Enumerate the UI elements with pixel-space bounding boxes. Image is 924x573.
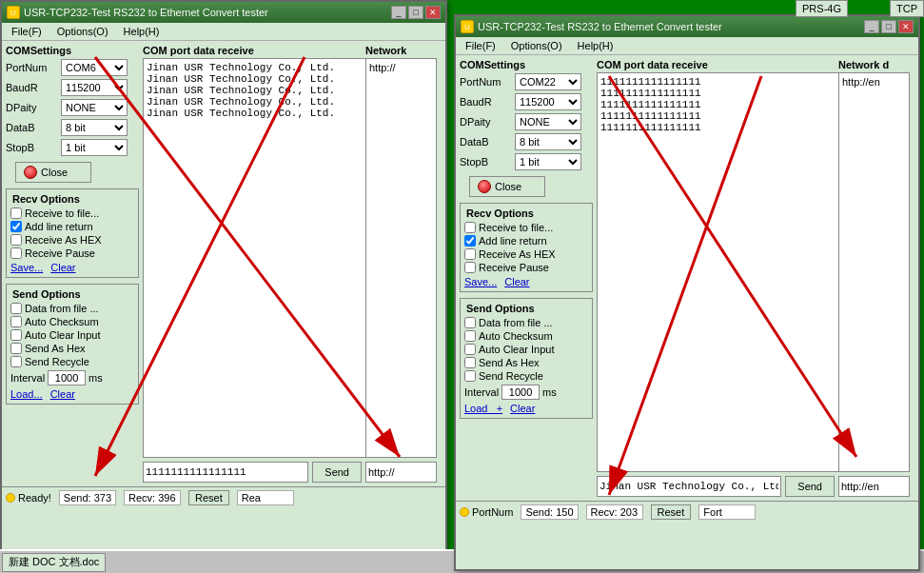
window1-status-ready: Ready! bbox=[6, 492, 51, 504]
window1-menu-help[interactable]: Help(H) bbox=[118, 25, 166, 38]
window2-data-display: 1111111111111111111111111111111111111111… bbox=[597, 72, 854, 472]
com-data-line: 1111111111111111 bbox=[600, 88, 850, 99]
window2-send-recycle-check[interactable] bbox=[464, 370, 476, 382]
window1-close-btn[interactable]: ✕ bbox=[425, 6, 441, 19]
window1-content: COMSettings PortNum COM6 COM1COM2COM3 Ba… bbox=[2, 41, 445, 486]
window1-close-button[interactable]: Close bbox=[15, 162, 91, 183]
window1-send-hex-check[interactable] bbox=[10, 343, 22, 354]
window1-recv-file-check[interactable] bbox=[10, 207, 22, 219]
window1-send-recycle-check[interactable] bbox=[10, 356, 22, 367]
window1-recv-title: Recv Options bbox=[10, 193, 82, 205]
window1-status-ready-text: Ready! bbox=[18, 492, 51, 504]
window1-recv-pause-label: Receive Pause bbox=[25, 247, 95, 259]
window1-reset-button[interactable]: Reset bbox=[188, 490, 229, 505]
window1-interval-label: Interval bbox=[10, 372, 45, 384]
window1-send-file-check[interactable] bbox=[10, 303, 22, 314]
window2-menu-options[interactable]: Options(O) bbox=[505, 39, 568, 52]
window2-recv-links: Save... Clear bbox=[464, 276, 588, 287]
window1-datab-row: DataB 8 bit 7 bit bbox=[6, 119, 139, 136]
window2-recv-clear-link[interactable]: Clear bbox=[504, 276, 529, 287]
window1-controls: _ □ ✕ bbox=[391, 6, 441, 19]
window1-recv-file-row: Receive to file... bbox=[10, 207, 134, 219]
window2-close-button[interactable]: Close bbox=[469, 176, 545, 197]
window2-portnum-label: PortNum bbox=[460, 76, 512, 88]
window1-send-section: Send Options Data from file ... Auto Che… bbox=[6, 284, 139, 405]
window1-send-load-link[interactable]: Load... bbox=[10, 388, 43, 400]
window1-icon: U bbox=[7, 6, 20, 19]
window2-dpaity-select[interactable]: NONE ODD bbox=[515, 113, 581, 130]
window2-network-input[interactable] bbox=[838, 476, 910, 497]
window2-send-clear-link[interactable]: Clear bbox=[510, 403, 535, 414]
taskbar-item-doc1[interactable]: 新建 DOC 文档.doc bbox=[2, 553, 106, 572]
window2-datab-label: DataB bbox=[460, 136, 512, 148]
window1-dpaity-label: DPaity bbox=[6, 102, 58, 113]
window2-interval-input[interactable] bbox=[501, 385, 540, 400]
window2-interval-row: Interval ms bbox=[464, 385, 588, 400]
window1-recv-save-link[interactable]: Save... bbox=[10, 262, 43, 273]
window1-status-dot bbox=[6, 493, 15, 503]
window2-minimize-btn[interactable]: _ bbox=[864, 20, 879, 33]
window2-recv-pause-check[interactable] bbox=[464, 262, 476, 273]
window2-send-count: Send: 150 bbox=[521, 504, 578, 520]
window2-stopb-select[interactable]: 1 bit 2 bit bbox=[515, 153, 581, 170]
window1-add-line-check[interactable] bbox=[10, 221, 22, 232]
window1-comsettings-label: COMSettings bbox=[6, 45, 139, 56]
window2-menu-file[interactable]: File(F) bbox=[460, 39, 501, 52]
window1-auto-checksum-label: Auto Checksum bbox=[25, 316, 99, 327]
window1-datab-select[interactable]: 8 bit 7 bit bbox=[61, 119, 128, 136]
window2-send-hex-check[interactable] bbox=[464, 357, 476, 368]
window1-minimize-btn[interactable]: _ bbox=[391, 6, 406, 19]
window1-baudr-select[interactable]: 115200 960019200 bbox=[61, 79, 128, 96]
window2-send-button[interactable]: Send bbox=[785, 476, 835, 497]
window1-recv-pause-check[interactable] bbox=[10, 247, 22, 259]
window2-recv-file-label: Receive to file... bbox=[479, 222, 553, 233]
window1-auto-checksum-check[interactable] bbox=[10, 316, 22, 327]
window1-menu-file[interactable]: File(F) bbox=[6, 25, 48, 38]
window2-titlebar: U USR-TCP232-Test RS232 to Ethernet Conv… bbox=[456, 16, 918, 37]
window1-auto-clear-check[interactable] bbox=[10, 329, 22, 341]
window1-recv-clear-link[interactable]: Clear bbox=[50, 262, 75, 273]
window1-maximize-btn[interactable]: □ bbox=[408, 6, 423, 19]
window2-auto-clear-check[interactable] bbox=[464, 344, 476, 355]
window1-portnum-select[interactable]: COM6 COM1COM2COM3 bbox=[61, 59, 128, 76]
window2-recv-file-row: Receive to file... bbox=[464, 222, 588, 233]
window2-recv-save-link[interactable]: Save... bbox=[464, 276, 497, 287]
com-data-line: 1111111111111111 bbox=[600, 110, 850, 122]
window2-network-label: Network d bbox=[838, 59, 914, 70]
window2-maximize-btn[interactable]: □ bbox=[881, 20, 896, 33]
window1-menu-options[interactable]: Options(O) bbox=[51, 25, 114, 38]
window1-send-clear-link[interactable]: Clear bbox=[50, 388, 75, 400]
window1-network-area: Network http:// bbox=[365, 45, 442, 483]
window2-add-line-label: Add line return bbox=[479, 235, 547, 247]
window1-title: USR-TCP232-Test RS232 to Ethernet Conver… bbox=[24, 7, 268, 18]
window2-datab-select[interactable]: 8 bit 7 bit bbox=[515, 133, 581, 150]
window1-com-data-area: COM port data receive Jinan USR Technolo… bbox=[143, 45, 362, 483]
window2-add-line-check[interactable] bbox=[464, 235, 476, 247]
window2-portnum-select[interactable]: COM22 COM1COM2 bbox=[515, 73, 581, 90]
window1-recv-hex-check[interactable] bbox=[10, 234, 22, 246]
window2-reset-button[interactable]: Reset bbox=[651, 504, 692, 520]
window2-recv-file-check[interactable] bbox=[464, 222, 476, 233]
window2-close-btn[interactable]: ✕ bbox=[898, 20, 914, 33]
window1-send-recycle-label: Send Recycle bbox=[25, 356, 89, 367]
window1-network-input[interactable] bbox=[365, 462, 437, 483]
window2-portnum-row: PortNum COM22 COM1COM2 bbox=[460, 73, 593, 90]
window2-network-area: Network d http://en bbox=[838, 59, 914, 497]
window2-baudr-select[interactable]: 115200 9600 bbox=[515, 93, 581, 110]
window2-auto-checksum-label: Auto Checksum bbox=[479, 330, 553, 342]
window2-data-input-row: Send bbox=[597, 476, 835, 497]
window2-recv-hex-check[interactable] bbox=[464, 248, 476, 260]
window2-baudr-label: BaudR bbox=[460, 96, 512, 108]
window1-send-input[interactable] bbox=[143, 462, 308, 483]
window1-dpaity-select[interactable]: NONE ODDEVEN bbox=[61, 99, 128, 116]
window1-add-line-label: Add line return bbox=[25, 221, 93, 232]
window1-send-button[interactable]: Send bbox=[312, 462, 362, 483]
window1-stopb-select[interactable]: 1 bit 2 bit bbox=[61, 139, 128, 156]
window1-data-display: Jinan USR Technology Co., Ltd.Jinan USR … bbox=[143, 58, 400, 458]
window2-auto-checksum-check[interactable] bbox=[464, 330, 476, 342]
window2-send-input[interactable] bbox=[597, 476, 781, 497]
window2-send-file-check[interactable] bbox=[464, 317, 476, 328]
window1-interval-input[interactable]: 1000 bbox=[48, 370, 86, 385]
window2-send-load-link[interactable]: Load _+ bbox=[464, 403, 502, 414]
window2-menu-help[interactable]: Help(H) bbox=[572, 39, 619, 52]
